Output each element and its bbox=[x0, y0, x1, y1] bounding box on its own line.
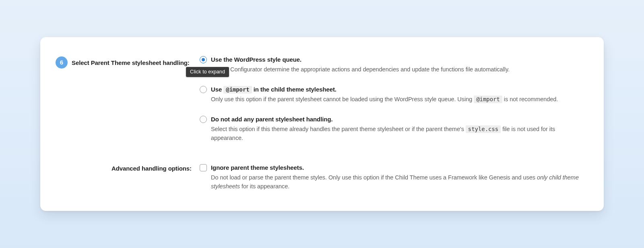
checkbox-ignore-parent[interactable] bbox=[200, 164, 207, 171]
option-no-handling[interactable]: Do not add any parent stylesheet handlin… bbox=[200, 115, 584, 143]
option-description: Let the Configurator determine the appro… bbox=[211, 65, 584, 74]
option-title: Do not add any parent stylesheet handlin… bbox=[211, 115, 584, 123]
advanced-label: Advanced handling options: bbox=[111, 165, 192, 173]
option-ignore-parent[interactable]: Ignore parent theme stylesheets. Do not … bbox=[200, 164, 584, 191]
option-description: Select this option if this theme already… bbox=[211, 125, 584, 143]
option-import[interactable]: Use @import in the child theme styleshee… bbox=[200, 85, 584, 104]
settings-card: 6 Select Parent Theme stylesheet handlin… bbox=[40, 37, 604, 211]
radio-no-handling[interactable] bbox=[200, 116, 207, 123]
option-wp-style-queue[interactable]: Use the WordPress style queue. Let the C… bbox=[200, 56, 584, 74]
option-title: Use @import in the child theme styleshee… bbox=[211, 85, 584, 94]
option-description: Only use this option if the parent style… bbox=[211, 95, 584, 104]
radio-wp-style-queue[interactable] bbox=[200, 56, 207, 63]
radio-import[interactable] bbox=[200, 86, 207, 93]
step-number-badge: 6 bbox=[56, 56, 68, 69]
option-description: Do not load or parse the parent theme st… bbox=[211, 173, 584, 191]
step-label: Select Parent Theme stylesheet handling: bbox=[72, 56, 190, 67]
advanced-header: Advanced handling options: bbox=[56, 164, 200, 173]
option-title: Ignore parent theme stylesheets. bbox=[211, 164, 584, 172]
click-to-expand-tooltip[interactable]: Click to expand bbox=[186, 67, 229, 77]
option-title: Use the WordPress style queue. bbox=[211, 56, 584, 64]
step-header: 6 Select Parent Theme stylesheet handlin… bbox=[56, 56, 200, 69]
